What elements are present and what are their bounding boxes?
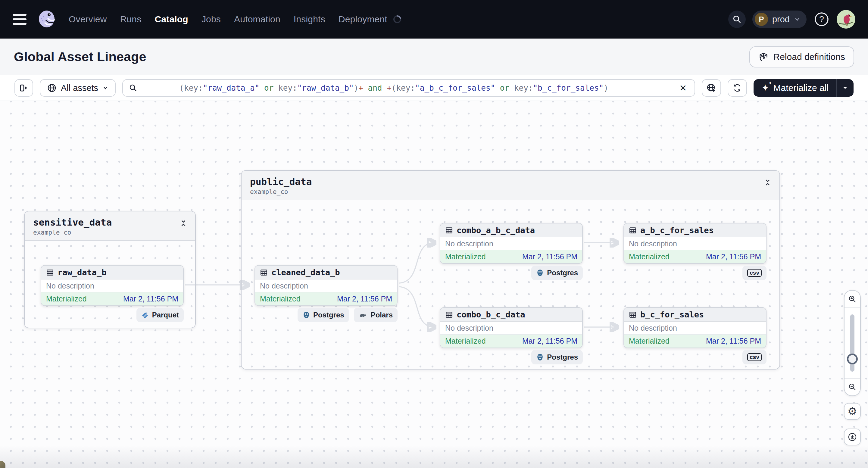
postgres-icon [536, 353, 544, 361]
table-icon [260, 269, 268, 277]
query-token: (key: [179, 84, 203, 92]
query-token: + [387, 84, 392, 92]
zoom-in-button[interactable] [844, 291, 860, 308]
nav-catalog[interactable]: Catalog [155, 14, 188, 24]
open-panel-button[interactable] [14, 79, 33, 97]
polars-icon [359, 312, 368, 318]
help-button[interactable]: ? [813, 11, 830, 28]
asset-node-a-b-c-for-sales[interactable]: a_b_c_for_sales No description Materiali… [623, 223, 767, 264]
kind-tag-label: Polars [371, 311, 393, 319]
zoom-slider [844, 308, 860, 379]
kind-tag-parquet: Parquet [136, 308, 184, 322]
collapse-group-icon[interactable] [765, 179, 771, 186]
kind-tag-postgres: Postgres [531, 350, 583, 365]
view-as-selection-button[interactable] [702, 79, 721, 97]
nav-deployment[interactable]: Deployment [339, 14, 387, 24]
search-button[interactable] [728, 10, 746, 28]
asset-timestamp[interactable]: Mar 2, 11:56 PM [706, 252, 761, 261]
table-icon [445, 226, 453, 234]
zoom-out-icon [848, 383, 857, 391]
query-token: key: [278, 84, 297, 92]
asset-node-combo-a-b-c-data[interactable]: combo_a_b_c_data No description Material… [440, 223, 583, 264]
reload-definitions-button[interactable]: Reload definitions [749, 46, 855, 67]
lineage-canvas[interactable]: sensitive_data example_co public_data ex… [0, 101, 868, 468]
menu-icon[interactable] [13, 14, 27, 25]
kind-tag-postgres: Postgres [298, 308, 349, 322]
query-token: "b_c_for_sales" [533, 84, 603, 92]
group-header[interactable]: public_data example_co [242, 171, 779, 200]
kind-tag-csv: csv [742, 350, 767, 365]
asset-node-combo-b-c-data[interactable]: combo_b_c_data No description Materializ… [440, 307, 583, 348]
kind-tag-label: Postgres [547, 353, 578, 362]
asset-timestamp[interactable]: Mar 2, 11:56 PM [123, 294, 178, 303]
dagster-logo-icon[interactable] [37, 9, 57, 29]
sparkles-icon: ✦✦ [762, 84, 769, 92]
materialize-options-button[interactable] [837, 79, 854, 97]
reload-package-icon [758, 52, 769, 62]
group-location: example_co [33, 229, 112, 236]
refresh-button[interactable] [727, 79, 747, 97]
asset-selection-query[interactable]: (key:"raw_data_a" or key:"raw_data_b")+ … [142, 74, 673, 101]
help-icon: ? [814, 11, 830, 27]
asset-name: cleaned_data_b [271, 268, 340, 277]
page-header: Global Asset Lineage Reload definitions [0, 38, 868, 75]
nav-overview[interactable]: Overview [69, 14, 107, 24]
clear-search-button[interactable]: ✕ [677, 83, 688, 93]
csv-icon: csv [747, 269, 762, 277]
asset-timestamp[interactable]: Mar 2, 11:56 PM [522, 337, 577, 345]
group-name: public_data [250, 176, 312, 187]
asset-status: Materialized [445, 337, 486, 345]
asset-kind-tags: csv [623, 350, 767, 365]
asset-node-cleaned-data-b[interactable]: cleaned_data_b No description Materializ… [254, 265, 398, 306]
nav-runs[interactable]: Runs [120, 14, 142, 24]
nav-automation[interactable]: Automation [234, 14, 280, 24]
asset-status: Materialized [260, 294, 301, 303]
kind-tag-csv: csv [742, 266, 767, 280]
deployment-switcher[interactable]: P prod [752, 10, 807, 28]
query-token: "raw_data_b" [297, 84, 354, 92]
query-token: "raw_data_a" [203, 84, 259, 92]
kind-tag-postgres: Postgres [531, 266, 583, 280]
nav-insights[interactable]: Insights [293, 14, 325, 24]
asset-node-raw-data-b[interactable]: raw_data_b No description MaterializedMa… [41, 265, 184, 306]
asset-node-b-c-for-sales[interactable]: b_c_for_sales No description Materialize… [623, 307, 767, 348]
refresh-icon [733, 83, 742, 93]
table-icon [629, 226, 637, 234]
asset-description: No description [624, 322, 766, 335]
asset-description: No description [41, 279, 183, 292]
asset-timestamp[interactable]: Mar 2, 11:56 PM [337, 294, 392, 303]
zoom-out-button[interactable] [844, 379, 860, 396]
graph-settings-button[interactable]: ⚙ [844, 403, 861, 420]
asset-status: Materialized [629, 252, 670, 261]
query-token: and [363, 84, 387, 92]
query-token: or [495, 84, 514, 92]
reload-definitions-label: Reload definitions [773, 52, 845, 62]
materialize-all-split-button: ✦✦ Materialize all [753, 79, 854, 97]
search-icon [129, 84, 137, 92]
loading-spinner-icon [392, 14, 403, 25]
asset-timestamp[interactable]: Mar 2, 11:56 PM [706, 337, 761, 345]
table-icon [629, 311, 637, 319]
asset-scope-dropdown[interactable]: All assets [40, 79, 116, 97]
asset-name: combo_b_c_data [457, 310, 525, 319]
nav-jobs[interactable]: Jobs [202, 14, 221, 24]
query-token: + [359, 84, 363, 92]
svg-text:?: ? [819, 14, 824, 24]
collapse-group-icon[interactable] [180, 219, 187, 227]
asset-kind-tags: csv [623, 266, 767, 280]
materialize-all-button[interactable]: ✦✦ Materialize all [753, 79, 836, 97]
query-token: ) [354, 84, 359, 92]
query-token: ) [603, 84, 609, 92]
asset-search-input[interactable]: (key:"raw_data_a" or key:"raw_data_b")+ … [122, 79, 695, 97]
asset-description: No description [624, 237, 766, 250]
asset-timestamp[interactable]: Mar 2, 11:56 PM [522, 252, 577, 261]
group-header[interactable]: sensitive_data example_co [25, 211, 195, 241]
table-icon [46, 269, 54, 277]
postgres-icon [302, 311, 310, 319]
download-graph-button[interactable] [844, 429, 861, 445]
zoom-slider-knob[interactable] [847, 353, 858, 365]
user-avatar[interactable] [837, 10, 855, 29]
nav-right: P prod ? [728, 10, 855, 29]
parquet-icon [141, 311, 149, 319]
table-icon [445, 311, 453, 319]
